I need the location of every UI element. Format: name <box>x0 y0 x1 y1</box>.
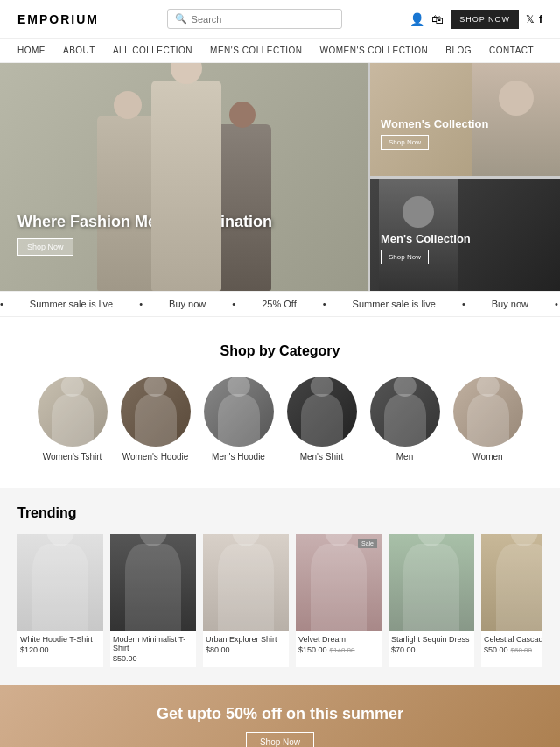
category-womens-hoodie[interactable]: Women's Hoodie <box>121 377 191 462</box>
category-mens-shirt[interactable]: Men's Shirt <box>287 377 357 462</box>
hero-person-3 <box>214 124 271 291</box>
cat-label-1: Women's Tshirt <box>43 452 102 462</box>
hero-figures <box>0 63 368 291</box>
prod-sil-6 <box>481 534 542 631</box>
nav-mens-collection[interactable]: MEN'S COLLECTION <box>210 46 302 55</box>
hero-mens-card: Men's Collection Shop Now <box>370 179 560 292</box>
prod-sil-1 <box>18 534 103 631</box>
products-grid: White Hoodie T-Shirt $120.00 Modern Mini… <box>18 534 542 667</box>
cat-label-3: Men's Hoodie <box>212 452 265 462</box>
trending-section: Trending White Hoodie T-Shirt $120.00 Mo… <box>0 488 560 685</box>
cart-icon[interactable] <box>431 11 444 27</box>
cat-men-img <box>370 377 440 447</box>
product-white-hoodie[interactable]: White Hoodie T-Shirt $120.00 <box>18 534 103 667</box>
nav-about[interactable]: ABOUT <box>63 46 95 55</box>
product-info-5: Starlight Sequin Dress $70.00 <box>388 631 474 659</box>
product-price-2: $50.00 <box>113 654 193 663</box>
hero-section: Where Fashion Meets Imagination Shop Now… <box>0 63 560 291</box>
cat-womens-hoodie-img <box>121 377 191 447</box>
promo-banner: Get upto 50% off on this summer Shop Now <box>0 685 560 747</box>
hero-text-block: Where Fashion Meets Imagination Shop Now <box>18 213 272 256</box>
twitter-icon[interactable] <box>526 13 535 25</box>
categories-title: Shop by Category <box>18 343 542 359</box>
product-img-2 <box>110 534 196 631</box>
category-mens-hoodie[interactable]: Men's Hoodie <box>204 377 274 462</box>
hero-shop-button[interactable]: Shop Now <box>18 238 74 256</box>
product-sequin-dress[interactable]: Starlight Sequin Dress $70.00 <box>388 534 474 667</box>
product-name-4: Velvet Dream <box>298 635 379 644</box>
ticker-item-2: Buy now <box>169 299 206 309</box>
ticker-dot-1: • <box>0 299 4 309</box>
facebook-icon[interactable] <box>539 13 542 25</box>
product-minimalist-tshirt[interactable]: Modern Minimalist T-Shirt $50.00 <box>110 534 196 667</box>
hero-tagline: Where Fashion Meets Imagination <box>18 213 272 231</box>
prod-sil-5 <box>388 534 474 631</box>
logo: EMPORIUM <box>18 12 99 26</box>
product-info-3: Urban Explorer Shirt $80.00 <box>203 631 289 659</box>
product-velvet-dream[interactable]: Sale Velvet Dream $150.00$140.00 <box>296 534 382 667</box>
user-icon[interactable] <box>410 11 424 27</box>
cat-mens-hoodie-img <box>204 377 274 447</box>
product-price-1: $120.00 <box>20 645 101 654</box>
product-img-3 <box>203 534 289 631</box>
prod-sil-3 <box>203 534 289 631</box>
social-icons <box>526 13 542 25</box>
product-old-price-6: $60.00 <box>511 646 532 654</box>
product-name-1: White Hoodie T-Shirt <box>20 635 101 644</box>
hero-womens-card: Women's Collection Shop Now <box>370 63 560 176</box>
hero-person-1 <box>97 116 158 291</box>
cat-sil-5 <box>370 377 440 447</box>
ticker-dot-3: • <box>232 299 235 309</box>
hero-side: Women's Collection Shop Now Men's Collec… <box>370 63 560 291</box>
product-img-5 <box>388 534 474 631</box>
product-price-3: $80.00 <box>206 645 286 654</box>
product-img-1 <box>18 534 103 631</box>
category-men[interactable]: Men <box>370 377 440 462</box>
cat-label-6: Women <box>472 452 502 462</box>
ticker-item-3: 25% Off <box>262 299 297 309</box>
product-name-2: Modern Minimalist T-Shirt <box>113 635 193 652</box>
search-input[interactable] <box>192 14 334 25</box>
product-celestial-cascade[interactable]: Sale Celestial Cascade $50.00$60.00 <box>481 534 542 667</box>
cat-label-4: Men's Shirt <box>300 452 344 462</box>
ticker-dot-5: • <box>462 299 466 309</box>
categories-section: Shop by Category Women's Tshirt Women's … <box>0 317 560 488</box>
ticker-dot-4: • <box>323 299 326 309</box>
search-bar[interactable]: 🔍 <box>167 9 342 29</box>
categories-grid: Women's Tshirt Women's Hoodie Men's Hood… <box>18 377 542 462</box>
product-price-4: $150.00$140.00 <box>298 645 379 654</box>
category-women[interactable]: Women <box>453 377 523 462</box>
hero-person-2 <box>151 81 221 291</box>
womens-shop-button[interactable]: Shop Now <box>381 135 429 150</box>
product-name-6: Celestial Cascade <box>484 635 542 644</box>
product-info-6: Celestial Cascade $50.00$60.00 <box>481 631 542 659</box>
cat-sil-1 <box>38 377 108 447</box>
nav-womens-collection[interactable]: WOMEN'S COLLECTION <box>320 46 429 55</box>
product-img-4 <box>296 534 382 631</box>
category-womens-tshirt[interactable]: Women's Tshirt <box>38 377 108 462</box>
nav-home[interactable]: HOME <box>18 46 46 55</box>
trending-title: Trending <box>18 505 542 521</box>
mens-collection-title: Men's Collection <box>381 232 471 245</box>
search-icon: 🔍 <box>175 13 187 25</box>
ticker-item-5: Buy now <box>492 299 528 309</box>
ticker-content: • Summer sale is live • Buy now • 25% Of… <box>0 299 560 309</box>
product-info-2: Modern Minimalist T-Shirt $50.00 <box>110 631 196 667</box>
promo-shop-button[interactable]: Shop Now <box>246 732 314 747</box>
nav-all-collection[interactable]: ALL COLLECTION <box>113 46 192 55</box>
prod-sil-4 <box>296 534 382 631</box>
mens-shop-button[interactable]: Shop Now <box>381 250 429 264</box>
ticker-dot-2: • <box>139 299 143 309</box>
ticker-item-1: Summer sale is live <box>30 299 113 309</box>
ticker-bar: • Summer sale is live • Buy now • 25% Of… <box>0 291 560 317</box>
shop-now-button[interactable]: SHOP NOW <box>451 10 519 29</box>
nav-contact[interactable]: CONTACT <box>489 46 534 55</box>
nav: HOME ABOUT ALL COLLECTION MEN'S COLLECTI… <box>0 39 560 63</box>
product-info-4: Velvet Dream $150.00$140.00 <box>296 631 382 659</box>
womens-collection-title: Women's Collection <box>381 117 488 130</box>
product-old-price-4: $140.00 <box>330 646 355 654</box>
womens-card-label: Women's Collection Shop Now <box>381 117 488 150</box>
product-img-6 <box>481 534 542 631</box>
nav-blog[interactable]: BLOG <box>445 46 472 55</box>
product-urban-shirt[interactable]: Urban Explorer Shirt $80.00 <box>203 534 289 667</box>
